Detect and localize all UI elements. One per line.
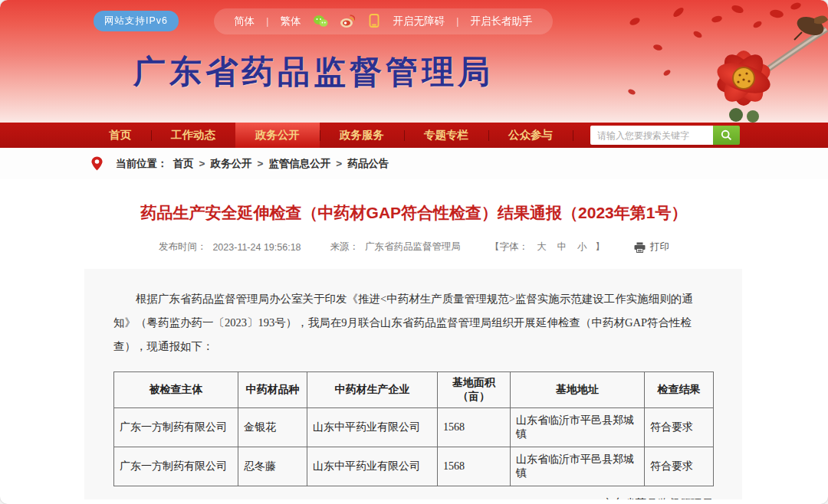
col-result: 检查结果 (645, 372, 714, 408)
col-base-area: 基地面积（亩） (438, 372, 511, 408)
cell-inspected-entity: 广东一方制药有限公司 (114, 447, 238, 486)
cell-result: 符合要求 (645, 408, 714, 447)
col-base-address: 基地地址 (511, 372, 645, 408)
breadcrumb-home[interactable]: 首页 (173, 157, 194, 171)
breadcrumb-regulatory-info[interactable]: 监管信息公开 (268, 157, 330, 171)
source-value: 广东省药品监督管理局 (365, 241, 461, 254)
breadcrumb: 当前位置： 首页 > 政务公开 > 监管信息公开 > 药品公告 (0, 148, 828, 179)
traditional-chinese-link[interactable]: 繁体 (281, 15, 301, 28)
font-size-medium-button[interactable]: 中 (557, 241, 567, 254)
article-paragraph: 根据广东省药品监督管理局办公室关于印发《推进<中药材生产质量管理规范>监督实施示… (113, 287, 713, 358)
breadcrumb-separator: > (257, 158, 263, 169)
font-size-label-open: 【字体： (490, 241, 528, 254)
ipv6-badge: 网站支持IPv6 (94, 11, 179, 31)
nav-item-gov-services[interactable]: 政务服务 (320, 123, 404, 148)
pill-divider: | (266, 15, 269, 27)
cell-herb-variety: 金银花 (238, 408, 307, 447)
nav-item-public-participation[interactable]: 公众参与 (488, 123, 573, 148)
location-pin-icon (91, 156, 103, 171)
accessibility-toggle[interactable]: 开启无障碍 (393, 15, 445, 28)
search-icon (721, 129, 732, 141)
main-navigation: 首页 工作动态 政务公开 政务服务 专题专栏 公众参与 科普宣传 (0, 123, 828, 148)
breadcrumb-gov-disclosure[interactable]: 政务公开 (210, 157, 251, 171)
cell-base-address: 山东省临沂市平邑县郑城镇 (511, 408, 645, 447)
print-label: 打印 (650, 241, 669, 254)
table-row: 广东一方制药有限公司 忍冬藤 山东中平药业有限公司 1568 山东省临沂市平邑县… (114, 447, 714, 486)
font-size-label-close: 】 (596, 241, 606, 254)
col-producer: 中药材生产企业 (307, 372, 438, 408)
breadcrumb-prefix: 当前位置： (116, 157, 168, 171)
nav-item-special-topics[interactable]: 专题专栏 (404, 123, 488, 148)
article-meta: 发布时间： 2023-11-24 19:56:18 来源： 广东省药品监督管理局… (0, 241, 828, 254)
breadcrumb-drug-announcements[interactable]: 药品公告 (347, 157, 389, 171)
pill-divider: | (456, 15, 459, 27)
cell-inspected-entity: 广东一方制药有限公司 (114, 408, 238, 447)
col-herb-variety: 中药材品种 (238, 372, 307, 408)
printer-icon (634, 242, 646, 253)
font-size-small-button[interactable]: 小 (577, 241, 587, 254)
mobile-phone-icon[interactable] (366, 14, 382, 29)
breadcrumb-separator: > (336, 158, 342, 169)
print-button[interactable]: 打印 (634, 241, 669, 254)
top-utility-bar: 网站支持IPv6 简体 | 繁体 (0, 0, 828, 42)
search-input[interactable] (590, 126, 713, 145)
article-title: 药品生产安全延伸检查（中药材GAP符合性检查）结果通报（2023年第1号） (0, 202, 828, 224)
cell-herb-variety: 忍冬藤 (238, 447, 307, 486)
cell-producer: 山东中平药业有限公司 (307, 408, 438, 447)
publish-time-value: 2023-11-24 19:56:18 (212, 242, 301, 253)
breadcrumb-separator: > (199, 158, 205, 169)
simplified-chinese-link[interactable]: 简体 (234, 15, 255, 28)
page: 网站支持IPv6 简体 | 繁体 (0, 0, 828, 504)
cell-base-area: 1568 (438, 447, 511, 486)
cell-result: 符合要求 (645, 447, 714, 486)
cell-base-area: 1568 (438, 408, 511, 447)
table-row: 广东一方制药有限公司 金银花 山东中平药业有限公司 1568 山东省临沂市平邑县… (114, 408, 714, 447)
issuing-authority-signature: 广东省药品监督管理局 (113, 496, 713, 499)
inspection-results-table: 被检查主体 中药材品种 中药材生产企业 基地面积（亩） 基地地址 检查结果 广东… (113, 371, 714, 486)
elder-helper-toggle[interactable]: 开启长者助手 (471, 15, 533, 28)
article-body-panel: 根据广东省药品监督管理局办公室关于印发《推进<中药材生产质量管理规范>监督实施示… (84, 269, 742, 499)
nav-item-gov-disclosure[interactable]: 政务公开 (235, 123, 320, 148)
site-search (590, 126, 740, 145)
font-size-large-button[interactable]: 大 (537, 241, 547, 254)
weibo-icon[interactable] (340, 14, 355, 29)
search-button[interactable] (713, 126, 740, 145)
wechat-icon[interactable] (313, 14, 328, 29)
source-label: 来源： (330, 241, 360, 254)
cell-producer: 山东中平药业有限公司 (307, 447, 438, 486)
nav-item-work-news[interactable]: 工作动态 (151, 123, 235, 148)
table-header-row: 被检查主体 中药材品种 中药材生产企业 基地面积（亩） 基地地址 检查结果 (114, 372, 714, 408)
site-title: 广东省药品监督管理局 (133, 51, 494, 93)
cell-base-address: 山东省临沂市平邑县郑城镇 (511, 447, 645, 486)
nav-item-home[interactable]: 首页 (89, 123, 151, 148)
publish-time-label: 发布时间： (159, 241, 207, 254)
col-inspected-entity: 被检查主体 (114, 372, 238, 408)
quick-links-pill: 简体 | 繁体 (214, 8, 553, 34)
site-header: 网站支持IPv6 简体 | 繁体 (0, 0, 828, 123)
